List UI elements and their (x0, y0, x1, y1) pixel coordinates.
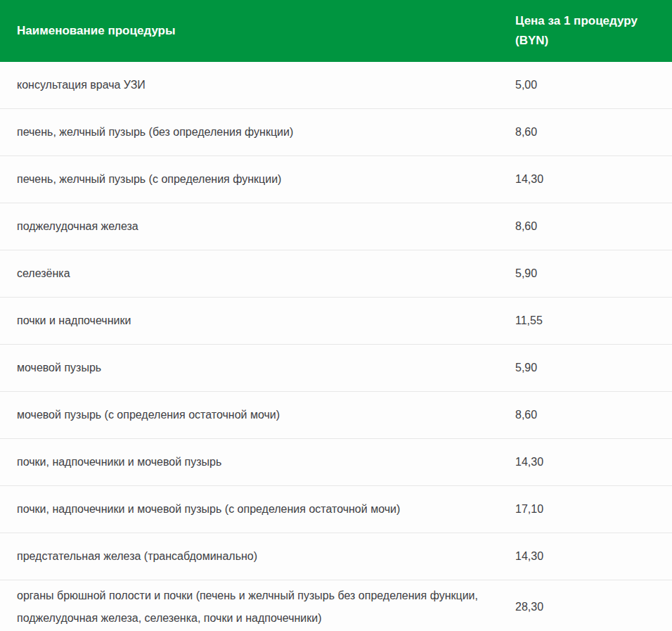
table-row: консультация врача УЗИ 5,00 (0, 62, 672, 109)
procedure-name: мочевой пузырь (0, 357, 515, 379)
procedure-price: 28,30 (515, 596, 672, 618)
procedure-price: 8,60 (515, 404, 672, 426)
procedure-price: 11,55 (515, 310, 672, 332)
procedure-price: 17,10 (515, 498, 672, 521)
header-procedure-name: Наименование процедуры (0, 21, 515, 41)
procedure-price: 5,90 (515, 262, 672, 285)
procedure-price: 14,30 (515, 451, 672, 473)
procedure-name: мочевой пузырь (с определения остаточной… (0, 404, 515, 426)
table-row: органы брюшной полости и почки (печень и… (0, 580, 672, 631)
table-row: предстательная железа (трансабдоминально… (0, 533, 672, 580)
table-row: печень, желчный пузырь (без определения … (0, 109, 672, 156)
procedure-price: 5,00 (515, 74, 672, 96)
procedure-price: 14,30 (515, 545, 672, 568)
table-row: печень, желчный пузырь (с определения фу… (0, 156, 672, 203)
procedure-name: почки и надпочечники (0, 310, 515, 332)
procedure-name: консультация врача УЗИ (0, 74, 515, 96)
price-table-body: консультация врача УЗИ 5,00 печень, желч… (0, 62, 672, 631)
procedure-name: селезёнка (0, 262, 515, 285)
procedure-price: 14,30 (515, 168, 672, 191)
procedure-name: печень, желчный пузырь (без определения … (0, 121, 515, 144)
procedure-name: почки, надпочечники и мочевой пузырь (с … (0, 498, 515, 521)
table-row: мочевой пузырь 5,90 (0, 345, 672, 392)
procedure-name: предстательная железа (трансабдоминально… (0, 545, 515, 568)
table-row: почки и надпочечники 11,55 (0, 298, 672, 345)
header-procedure-price: Цена за 1 процедуру (BYN) (515, 11, 672, 51)
price-table: Наименование процедуры Цена за 1 процеду… (0, 0, 672, 631)
procedure-price: 5,90 (515, 357, 672, 379)
table-row: мочевой пузырь (с определения остаточной… (0, 392, 672, 439)
table-row: почки, надпочечники и мочевой пузырь (с … (0, 486, 672, 533)
procedure-name: печень, желчный пузырь (с определения фу… (0, 168, 515, 191)
table-row: почки, надпочечники и мочевой пузырь 14,… (0, 439, 672, 486)
table-row: поджелудочная железа 8,60 (0, 203, 672, 250)
procedure-price: 8,60 (515, 121, 672, 144)
procedure-name: органы брюшной полости и почки (печень и… (0, 585, 515, 630)
procedure-price: 8,60 (515, 215, 672, 238)
price-table-header: Наименование процедуры Цена за 1 процеду… (0, 0, 672, 62)
procedure-name: почки, надпочечники и мочевой пузырь (0, 451, 515, 473)
table-row: селезёнка 5,90 (0, 250, 672, 298)
procedure-name: поджелудочная железа (0, 215, 515, 238)
